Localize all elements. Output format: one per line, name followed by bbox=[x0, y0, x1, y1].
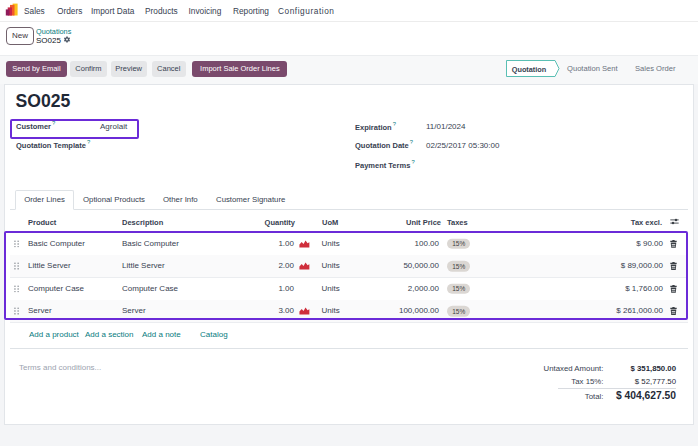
svg-text:Quotation: Quotation bbox=[512, 65, 546, 74]
